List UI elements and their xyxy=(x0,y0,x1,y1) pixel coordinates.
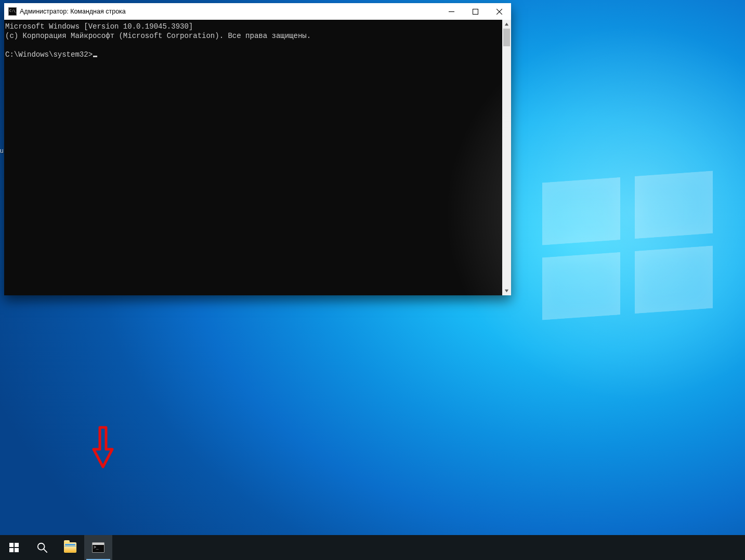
console-line: Microsoft Windows [Version 10.0.19045.39… xyxy=(5,22,510,31)
taskbar[interactable] xyxy=(0,535,745,560)
cmd-icon xyxy=(8,7,17,16)
scrollbar-track[interactable] xyxy=(502,29,511,286)
svg-line-2 xyxy=(44,549,47,552)
start-button[interactable] xyxy=(0,535,28,560)
svg-rect-0 xyxy=(473,9,478,14)
windows-logo-wallpaper xyxy=(542,171,714,328)
scroll-up-button[interactable] xyxy=(502,20,511,29)
minimize-button[interactable] xyxy=(439,3,463,20)
text-cursor xyxy=(93,56,97,57)
file-explorer-icon xyxy=(64,542,76,553)
console-output-area[interactable]: Microsoft Windows [Version 10.0.19045.39… xyxy=(4,20,511,295)
desktop-background[interactable]: u Администратор: Командная строка Micros… xyxy=(0,0,745,560)
vertical-scrollbar[interactable] xyxy=(502,20,511,295)
console-prompt: C:\Windows\system32> xyxy=(5,50,93,59)
scroll-down-button[interactable] xyxy=(502,286,511,295)
window-title: Администратор: Командная строка xyxy=(20,8,126,15)
window-titlebar[interactable]: Администратор: Командная строка xyxy=(4,3,511,20)
console-blank-line xyxy=(5,41,510,50)
maximize-button[interactable] xyxy=(463,3,487,20)
search-icon xyxy=(36,542,48,553)
command-prompt-window[interactable]: Администратор: Командная строка Microsof… xyxy=(4,3,511,295)
search-button[interactable] xyxy=(28,535,56,560)
file-explorer-button[interactable] xyxy=(56,535,84,560)
windows-logo-icon xyxy=(9,543,19,552)
annotation-arrow-icon xyxy=(92,425,114,469)
console-line: (c) Корпорация Майкрософт (Microsoft Cor… xyxy=(5,31,510,41)
cmd-icon xyxy=(92,542,104,553)
command-prompt-taskbar-button[interactable] xyxy=(84,535,112,560)
scrollbar-thumb[interactable] xyxy=(503,29,510,46)
close-button[interactable] xyxy=(487,3,511,20)
console-prompt-line[interactable]: C:\Windows\system32> xyxy=(5,50,510,59)
